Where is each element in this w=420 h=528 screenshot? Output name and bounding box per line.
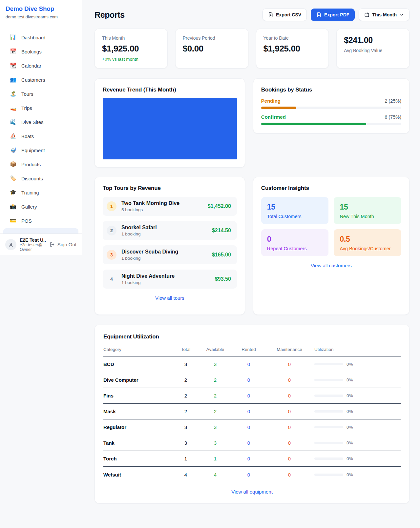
- sidebar-item-gallery[interactable]: 📸 Gallery: [10, 201, 78, 213]
- equipment-category: Dive Computer: [103, 377, 174, 383]
- export-pdf-button[interactable]: Export PDF: [311, 9, 355, 21]
- export-csv-label: Export CSV: [276, 12, 301, 17]
- equipment-available: 1: [198, 456, 233, 461]
- file-download-icon: [316, 12, 322, 17]
- charts-row: Revenue Trend (This Month) Bookings by S…: [94, 78, 410, 168]
- column-header-available: Available: [198, 347, 233, 352]
- sidebar-item-label: Dive Sites: [21, 119, 44, 125]
- tile-avg-bookings-customer: 0.5 Avg Bookings/Customer: [334, 229, 401, 256]
- stat-label: Previous Period: [183, 35, 241, 41]
- equipment-total: 3: [174, 440, 198, 446]
- wave-icon: 🌊: [10, 119, 16, 125]
- diving-mask-icon: 🤿: [10, 148, 16, 153]
- table-row: Regulator 3 3 0 0 0%: [103, 419, 401, 435]
- equipment-utilization-cell: 0%: [314, 409, 401, 414]
- view-all-customers-link[interactable]: View all customers: [261, 263, 401, 268]
- column-header-utilization: Utilization: [314, 347, 401, 352]
- bar-chart-icon: 📊: [10, 35, 16, 40]
- sidebar-item-dive-sites[interactable]: 🌊 Dive Sites: [10, 116, 78, 128]
- equipment-rented: 0: [233, 472, 264, 477]
- sidebar-item-label: Calendar: [21, 63, 41, 69]
- status-bar-fill: [261, 123, 366, 125]
- sidebar-item-training[interactable]: 🎓 Training: [10, 187, 78, 198]
- sidebar-item-tours[interactable]: 🏝️ Tours: [10, 88, 78, 100]
- sidebar-item-active-partial[interactable]: [3, 228, 78, 234]
- equipment-maintenance: 0: [264, 409, 314, 414]
- equipment-category: Mask: [103, 409, 174, 414]
- sidebar-nav: 📊 Dashboard 📅 Bookings 📆 Calendar 👥 Cust…: [0, 24, 82, 227]
- sidebar: Demo Dive Shop demo.test.divestreams.com…: [0, 0, 82, 255]
- main-content: Reports Export CSV Export PDF This Month…: [82, 0, 420, 528]
- sidebar-item-calendar[interactable]: 📆 Calendar: [10, 60, 78, 71]
- equipment-rented: 0: [233, 424, 264, 430]
- logout-icon: [50, 242, 55, 247]
- stat-value: $241.00: [344, 35, 402, 45]
- user-meta: E2E Test U... e2e-tester@... Owner: [20, 237, 46, 252]
- brand-domain: demo.test.divestreams.com: [6, 14, 76, 19]
- user-role: Owner: [20, 247, 46, 252]
- sidebar-item-trips[interactable]: 🚤 Trips: [10, 102, 78, 114]
- speedboat-icon: 🚤: [10, 105, 16, 111]
- chevron-down-icon: [399, 12, 404, 17]
- brand[interactable]: Demo Dive Shop demo.test.divestreams.com: [0, 0, 82, 24]
- column-header-maintenance: Maintenance: [264, 347, 314, 352]
- stat-card-previous-period: Previous Period $0.00: [175, 29, 248, 69]
- equipment-total: 1: [174, 456, 198, 461]
- top-tours-title: Top Tours by Revenue: [103, 185, 237, 192]
- customer-insights-card: Customer Insights 15 Total Customers 15 …: [253, 177, 410, 315]
- sidebar-item-customers[interactable]: 👥 Customers: [10, 74, 78, 86]
- graduation-cap-icon: 🎓: [10, 190, 16, 195]
- sidebar-item-bookings[interactable]: 📅 Bookings: [10, 46, 78, 57]
- stat-value: $0.00: [183, 44, 241, 54]
- equipment-utilization-cell: 0%: [314, 377, 401, 382]
- utilization-bar: [314, 426, 343, 428]
- sidebar-item-boats[interactable]: ⛵ Boats: [10, 130, 78, 142]
- tour-row: 3 Discover Scuba Diving 1 booking $165.0…: [103, 245, 237, 264]
- equipment-rented: 0: [233, 456, 264, 461]
- sidebar-item-label: Gallery: [21, 204, 37, 210]
- file-download-icon: [268, 12, 273, 17]
- utilization-percent: 0%: [346, 377, 353, 382]
- tour-name: Snorkel Safari: [121, 225, 157, 231]
- insight-tiles: 15 Total Customers 15 New This Month 0 R…: [261, 197, 401, 256]
- tile-value: 15: [267, 203, 323, 212]
- user-avatar: [5, 239, 16, 250]
- utilization-percent: 0%: [346, 409, 353, 414]
- status-bar-track: [261, 123, 401, 125]
- equipment-total: 3: [174, 361, 198, 367]
- stat-delta: +0% vs last month: [102, 57, 160, 62]
- view-all-equipment-link[interactable]: View all equipment: [103, 489, 401, 495]
- tour-bookings: 1 booking: [121, 232, 157, 236]
- header-actions: Export CSV Export PDF This Month: [262, 9, 410, 21]
- utilization-percent: 0%: [346, 472, 353, 477]
- column-header-rented: Rented: [233, 347, 264, 352]
- equipment-available: 4: [198, 472, 233, 477]
- sidebar-item-pos[interactable]: 💳 POS: [10, 215, 78, 227]
- export-csv-button[interactable]: Export CSV: [262, 9, 307, 21]
- sidebar-item-label: Dashboard: [21, 35, 45, 40]
- tile-label: Avg Bookings/Customer: [340, 246, 395, 251]
- customer-insights-title: Customer Insights: [261, 185, 401, 192]
- tour-row: 4 Night Dive Adventure 1 booking $93.50: [103, 270, 237, 289]
- sidebar-item-products[interactable]: 📦 Products: [10, 158, 78, 170]
- stat-label: Avg Booking Value: [344, 48, 402, 53]
- sidebar-item-equipment[interactable]: 🤿 Equipment: [10, 144, 78, 156]
- person-icon: [8, 242, 14, 248]
- equipment-available: 3: [198, 424, 233, 430]
- table-row: BCD 3 3 0 0 0%: [103, 356, 401, 372]
- tour-bookings: 5 bookings: [121, 207, 179, 212]
- island-icon: 🏝️: [10, 91, 16, 96]
- period-dropdown[interactable]: This Month: [359, 9, 410, 21]
- sidebar-item-discounts[interactable]: 🏷️ Discounts: [10, 173, 78, 184]
- sidebar-item-dashboard[interactable]: 📊 Dashboard: [10, 31, 78, 43]
- equipment-available: 2: [198, 393, 233, 398]
- page-title: Reports: [94, 10, 125, 20]
- utilization-percent: 0%: [346, 393, 353, 398]
- sign-out-button[interactable]: Sign Out: [50, 242, 76, 247]
- sidebar-item-label: Training: [21, 190, 39, 195]
- equipment-utilization-cell: 0%: [314, 393, 401, 398]
- equipment-utilization-card: Equipment Utilization Category Total Ava…: [94, 325, 410, 503]
- view-all-tours-link[interactable]: View all tours: [103, 295, 237, 301]
- tile-label: Repeat Customers: [267, 246, 323, 251]
- stat-card-this-month: This Month $1,925.00 +0% vs last month: [94, 29, 168, 69]
